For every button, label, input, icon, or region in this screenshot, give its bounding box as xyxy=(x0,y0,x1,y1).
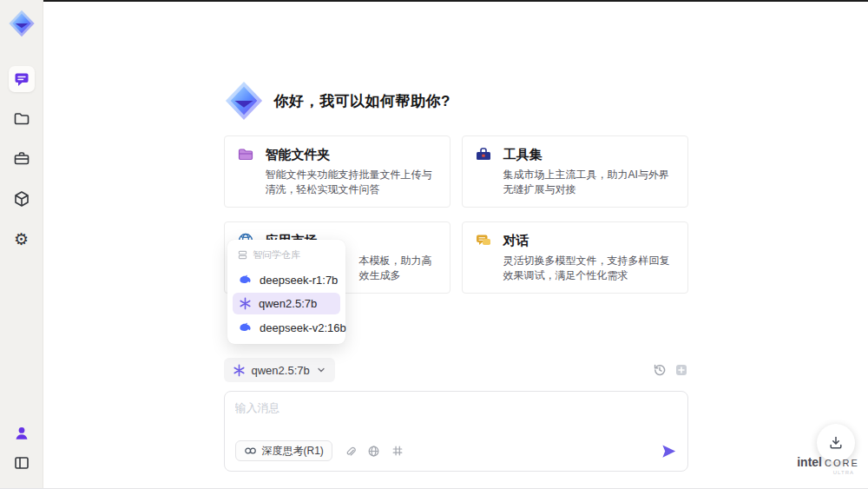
deepseek-whale-icon xyxy=(239,273,253,287)
selected-model-label: qwen2.5:7b xyxy=(252,364,310,377)
card-title: 工具集 xyxy=(503,147,542,163)
greeting: 你好，我可以如何帮助你? xyxy=(224,80,688,122)
sidebar-item-toolbox[interactable] xyxy=(9,146,35,172)
card-description: 集成市场上主流工具，助力AI与外界无缝扩展与对接 xyxy=(503,168,675,197)
card-toolset[interactable]: 工具集 集成市场上主流工具，助力AI与外界无缝扩展与对接 xyxy=(462,135,688,208)
qwen-icon xyxy=(233,364,246,377)
sidebar-nav: ⚙ xyxy=(9,66,35,252)
ultra-logo-text: ultra xyxy=(797,470,854,475)
composer[interactable]: 深度思考(R1) xyxy=(224,391,688,472)
toolbox-icon xyxy=(475,146,492,163)
chat-icon xyxy=(13,70,30,88)
model-selector-button[interactable]: qwen2.5:7b xyxy=(224,358,335,382)
sidebar-item-settings[interactable]: ⚙ xyxy=(9,226,35,252)
chat-actions xyxy=(653,363,688,377)
card-description: 智能文件夹功能支持批量文件上传与清洗，轻松实现文件问答 xyxy=(266,168,437,197)
model-option-label: qwen2.5:7b xyxy=(259,297,317,310)
card-description: 灵活切换多模型文件，支持多样回复效果调试，满足个性化需求 xyxy=(503,254,675,283)
app-window: ⚙ xyxy=(0,0,868,489)
repo-icon xyxy=(238,250,247,260)
chat-bubbles-icon xyxy=(475,232,492,249)
history-button[interactable] xyxy=(653,363,667,377)
sidebar-item-chat[interactable] xyxy=(9,66,35,92)
app-logo xyxy=(7,7,36,40)
history-icon xyxy=(653,363,667,377)
model-option-deepseek-v2-16b[interactable]: deepseek-v2:16b xyxy=(233,316,340,339)
intel-logo-text: intel xyxy=(797,455,822,469)
deep-think-toggle[interactable]: 深度思考(R1) xyxy=(235,440,332,461)
send-icon xyxy=(661,443,677,459)
card-title: 对话 xyxy=(503,233,529,249)
sidebar-bottom xyxy=(9,420,35,476)
send-button[interactable] xyxy=(661,443,677,459)
card-smart-folder[interactable]: 智能文件夹 智能文件夹功能支持批量文件上传与清洗，轻松实现文件问答 xyxy=(224,135,450,208)
model-option-deepseek-r1-7b[interactable]: deepseek-r1:7b xyxy=(233,268,340,291)
paperclip-icon xyxy=(344,445,356,458)
folder-icon xyxy=(13,110,30,128)
attach-button[interactable] xyxy=(344,445,356,458)
knowledge-button[interactable] xyxy=(391,445,404,457)
greeting-logo-icon xyxy=(224,80,264,122)
cube-icon xyxy=(13,190,30,208)
model-dropdown-header: 智问学仓库 xyxy=(233,245,340,267)
greeting-title: 你好，我可以如何帮助你? xyxy=(274,91,450,111)
intel-core-badge: intelcore ultra xyxy=(797,454,859,475)
sidebar-item-collapse[interactable] xyxy=(9,450,35,476)
model-option-label: deepseek-v2:16b xyxy=(260,321,346,334)
globe-icon xyxy=(367,445,380,458)
briefcase-icon xyxy=(13,150,30,168)
message-input[interactable] xyxy=(235,400,677,433)
model-repo-label: 智问学仓库 xyxy=(253,248,300,261)
model-option-label: deepseek-r1:7b xyxy=(260,274,338,287)
purple-folder-icon xyxy=(237,146,254,163)
gear-icon: ⚙ xyxy=(14,231,29,248)
user-icon xyxy=(14,426,30,441)
model-dropdown: 智问学仓库 deepseek-r1:7b qwen2.5:7b xyxy=(227,240,345,344)
qwen-icon xyxy=(239,297,252,310)
download-icon xyxy=(828,435,844,451)
composer-toolbar: 深度思考(R1) xyxy=(235,440,677,461)
model-option-qwen2-5-7b[interactable]: qwen2.5:7b xyxy=(233,293,340,314)
deepseek-whale-icon xyxy=(239,320,253,334)
core-logo-text: core xyxy=(825,458,859,468)
panel-icon xyxy=(13,454,30,472)
sidebar: ⚙ xyxy=(0,0,43,488)
sidebar-item-apps[interactable] xyxy=(9,186,35,212)
main-area: 你好，我可以如何帮助你? 智能文件夹 智能文件夹功能支持批量文件上传与清洗，轻松… xyxy=(43,0,868,488)
sidebar-item-account[interactable] xyxy=(9,420,35,446)
new-chat-icon xyxy=(674,363,688,377)
model-selector-row: qwen2.5:7b xyxy=(224,358,688,382)
card-title: 智能文件夹 xyxy=(266,147,331,163)
deep-think-label: 深度思考(R1) xyxy=(262,444,324,459)
card-dialog[interactable]: 对话 灵活切换多模型文件，支持多样回复效果调试，满足个性化需求 xyxy=(462,221,688,294)
sidebar-item-folders[interactable] xyxy=(9,106,35,132)
card-description: 本模板，助力高效生成多 xyxy=(359,254,437,283)
deepthink-icon xyxy=(244,446,257,456)
chevron-down-icon xyxy=(316,365,326,375)
grid-icon xyxy=(391,445,404,457)
new-chat-button[interactable] xyxy=(674,363,688,377)
web-search-button[interactable] xyxy=(367,445,380,458)
diamond-logo-icon xyxy=(8,8,36,39)
